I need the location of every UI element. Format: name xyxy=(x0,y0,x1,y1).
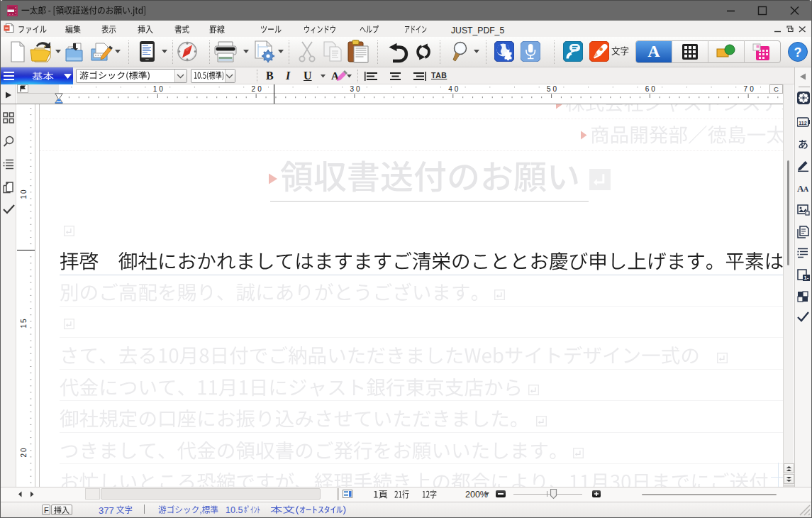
svg-text:1-: 1- xyxy=(804,275,809,281)
svg-text:A: A xyxy=(803,185,809,193)
svg-text:?: ? xyxy=(794,45,802,60)
svg-text:112: 112 xyxy=(799,121,806,126)
